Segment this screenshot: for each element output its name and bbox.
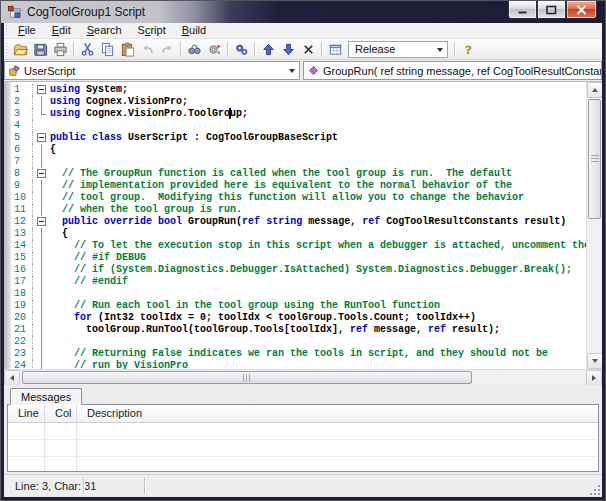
code-line[interactable]: 2using Cognex.VisionPro; xyxy=(11,96,586,108)
code-line[interactable]: 22 xyxy=(11,336,586,348)
code-line[interactable]: 21 toolGroup.RunTool(toolGroup.Tools[too… xyxy=(11,324,586,336)
help-button[interactable]: ? xyxy=(458,40,478,59)
status-bar: Line: 3, Char: 31 xyxy=(4,474,602,497)
line-number: 9 xyxy=(11,180,33,192)
toolbar-separator xyxy=(254,42,255,57)
line-number: 14 xyxy=(11,240,33,252)
code-line[interactable]: 19 // Run each tool in the tool group us… xyxy=(11,300,586,312)
line-number: 15 xyxy=(11,252,33,264)
build-config-button[interactable] xyxy=(325,40,345,59)
scroll-down-button[interactable] xyxy=(587,353,602,369)
open-button[interactable] xyxy=(10,40,30,59)
build-button[interactable] xyxy=(231,40,251,59)
move-up-button[interactable] xyxy=(258,40,278,59)
code-line[interactable]: 17 // #endif xyxy=(11,276,586,288)
line-number: 12 xyxy=(11,216,33,228)
fold-margin xyxy=(33,228,50,240)
menu-item-file[interactable]: File xyxy=(10,23,44,38)
code-line[interactable]: 16 // if (System.Diagnostics.Debugger.Is… xyxy=(11,264,586,276)
minimize-button[interactable] xyxy=(508,1,537,19)
fold-marker[interactable] xyxy=(33,84,50,96)
code-line[interactable]: 1using System; xyxy=(11,84,586,96)
menu-item-build[interactable]: Build xyxy=(174,23,214,38)
code-line[interactable]: 8 // The GroupRun function is called whe… xyxy=(11,168,586,180)
fold-margin xyxy=(33,156,50,168)
code-line[interactable]: 9 // implementation provided here is equ… xyxy=(11,180,586,192)
column-header-col: Col xyxy=(45,405,77,422)
build-configuration-select[interactable]: Release xyxy=(348,41,448,58)
messages-panel: Line Col Description xyxy=(7,404,599,472)
cut-button[interactable] xyxy=(77,40,97,59)
print-button[interactable] xyxy=(50,40,70,59)
method-selector[interactable]: GroupRun( ref string message, ref CogToo… xyxy=(303,61,602,80)
undo-button[interactable] xyxy=(137,40,157,59)
code-lines[interactable]: 1using System;2using Cognex.VisionPro;3u… xyxy=(11,82,586,369)
fold-margin xyxy=(33,336,50,348)
code-line[interactable]: 5public class UserScript : CogToolGroupB… xyxy=(11,132,586,144)
scroll-right-button[interactable] xyxy=(586,370,602,385)
find-button[interactable] xyxy=(184,40,204,59)
menu-item-script[interactable]: Script xyxy=(130,23,174,38)
code-editor[interactable]: 1using System;2using Cognex.VisionPro;3u… xyxy=(4,81,602,385)
toolbar-grip xyxy=(6,43,7,55)
collapse-box-icon[interactable] xyxy=(37,217,46,226)
check-script-button[interactable] xyxy=(204,40,224,59)
menu-item-search[interactable]: Search xyxy=(79,23,130,38)
column-header-line: Line xyxy=(8,405,45,422)
messages-header-row: Line Col Description xyxy=(8,405,598,423)
fold-marker[interactable] xyxy=(33,216,50,228)
collapse-box-icon[interactable] xyxy=(37,133,46,142)
code-line[interactable]: 18 xyxy=(11,288,586,300)
scroll-up-button[interactable] xyxy=(587,82,602,98)
line-number: 2 xyxy=(11,96,33,108)
code-line[interactable]: 10 // tool group. Modifying this functio… xyxy=(11,192,586,204)
fold-margin xyxy=(33,276,50,288)
vertical-scroll-thumb[interactable] xyxy=(588,99,601,219)
line-number: 13 xyxy=(11,228,33,240)
menu-bar: File Edit Search Script Build xyxy=(4,23,602,39)
scroll-left-button[interactable] xyxy=(4,370,20,385)
save-button[interactable] xyxy=(30,40,50,59)
horizontal-scrollbar[interactable] xyxy=(4,369,602,385)
menu-item-edit[interactable]: Edit xyxy=(44,23,79,38)
move-down-button[interactable] xyxy=(278,40,298,59)
code-line[interactable]: 14 // To let the execution stop in this … xyxy=(11,240,586,252)
messages-list[interactable] xyxy=(8,423,598,471)
triangle-up-icon xyxy=(592,85,598,92)
line-number: 17 xyxy=(11,276,33,288)
code-line[interactable]: 3using Cognex.VisionPro.ToolGroup; xyxy=(11,108,586,120)
delete-x-icon xyxy=(301,42,316,57)
code-line[interactable]: 4 xyxy=(11,120,586,132)
code-line[interactable]: 13 { xyxy=(11,228,586,240)
close-button[interactable] xyxy=(566,1,597,19)
redo-button[interactable] xyxy=(157,40,177,59)
collapse-box-icon[interactable] xyxy=(37,85,46,94)
code-line[interactable]: 12 public override bool GroupRun(ref str… xyxy=(11,216,586,228)
app-icon xyxy=(7,5,22,20)
tab-messages[interactable]: Messages xyxy=(10,388,82,405)
code-line[interactable]: 24 // run by VisionPro xyxy=(11,360,586,369)
fold-marker[interactable] xyxy=(33,132,50,144)
fold-marker[interactable] xyxy=(33,168,50,180)
delete-button[interactable] xyxy=(298,40,318,59)
code-line[interactable]: 11 // when the tool group is run. xyxy=(11,204,586,216)
code-line[interactable]: 15 // #if DEBUG xyxy=(11,252,586,264)
script-editor-window: CogToolGroup1 Script File Edit Search Sc… xyxy=(0,0,606,501)
horizontal-scroll-thumb[interactable] xyxy=(22,371,472,384)
class-selector[interactable]: UserScript xyxy=(4,61,300,80)
resize-grip[interactable] xyxy=(589,484,601,496)
redo-icon xyxy=(160,42,175,57)
vertical-scrollbar[interactable] xyxy=(586,82,602,369)
code-line[interactable]: 20 for (Int32 toolIdx = 0; toolIdx < too… xyxy=(11,312,586,324)
maximize-button[interactable] xyxy=(537,1,566,19)
code-line[interactable]: 23 // Returning False indicates we ran t… xyxy=(11,348,586,360)
line-number: 21 xyxy=(11,324,33,336)
collapse-box-icon[interactable] xyxy=(37,169,46,178)
code-line[interactable]: 6{ xyxy=(11,144,586,156)
paste-button[interactable] xyxy=(117,40,137,59)
code-line[interactable]: 7 xyxy=(11,156,586,168)
build-configuration-value: Release xyxy=(355,43,395,55)
copy-button[interactable] xyxy=(97,40,117,59)
line-number: 4 xyxy=(11,120,33,132)
fold-margin xyxy=(33,144,50,156)
